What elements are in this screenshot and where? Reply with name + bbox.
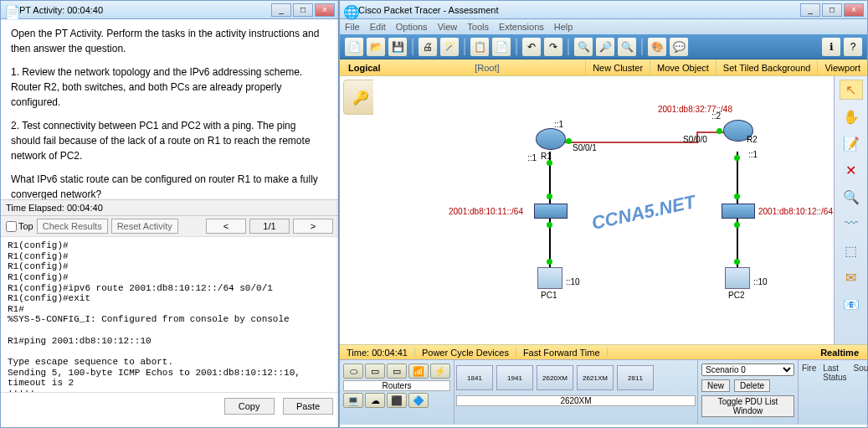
maximize-button[interactable]: □	[822, 3, 842, 17]
hand-tool-icon[interactable]: ✋	[840, 106, 863, 126]
zoomreset-icon[interactable]: 🔎	[596, 38, 614, 56]
routers-icon[interactable]: ⬭	[343, 364, 363, 379]
set-bg-button[interactable]: Set Tiled Background	[716, 60, 818, 75]
menu-help[interactable]: Help	[554, 22, 573, 32]
next-button[interactable]: >	[293, 219, 333, 234]
s000-label: S0/0/0	[683, 135, 707, 144]
complex-pdu-icon[interactable]: 📧	[840, 294, 863, 314]
close-button[interactable]: ×	[844, 3, 864, 17]
model-2620xm[interactable]: 2620XM	[537, 365, 573, 390]
wireless-icon[interactable]: 📶	[408, 364, 429, 379]
reset-activity-button[interactable]: Reset Activity	[111, 219, 178, 234]
model-1941[interactable]: 1941	[496, 365, 533, 390]
prev-button[interactable]: <	[206, 219, 246, 234]
new-scenario-button[interactable]: New	[701, 379, 730, 392]
resize-tool-icon[interactable]: ⬚	[840, 240, 863, 260]
new-cluster-button[interactable]: New Cluster	[585, 60, 650, 75]
pt-titlebar[interactable]: 📄 PT Activity: 00:04:40 _ □ ×	[1, 1, 338, 19]
simple-pdu-icon[interactable]: ✉	[840, 267, 863, 287]
minimize-button[interactable]: _	[800, 3, 820, 17]
delete-scenario-button[interactable]: Delete	[734, 379, 770, 392]
r2-top-addr: ::2	[711, 111, 721, 121]
dialog-icon[interactable]: 💬	[670, 38, 688, 56]
model-1841[interactable]: 1841	[456, 365, 493, 390]
toggle-pdu-button[interactable]: Toggle PDU List Window	[701, 395, 794, 417]
page-indicator: 1/1	[249, 219, 290, 234]
model-2811[interactable]: 2811	[617, 365, 654, 390]
device-type-label: Routers	[343, 380, 450, 391]
pdu-col-src: Source	[854, 364, 868, 382]
help-icon[interactable]: ?	[844, 38, 862, 56]
timebar: Time: 00:04:41 Power Cycle Devices Fast …	[340, 344, 867, 359]
cpt-titlebar[interactable]: 🌐 Cisco Packet Tracer - Assessment _ □ ×	[340, 1, 867, 19]
close-button[interactable]: ×	[315, 3, 335, 17]
net-serial-label: 2001:db8:32:77::/48	[658, 105, 732, 114]
delete-tool-icon[interactable]: ✕	[840, 160, 863, 180]
switch-left[interactable]	[534, 204, 568, 219]
top-checkbox[interactable]: Top	[6, 221, 33, 232]
net-right-label: 2001:db8:10:12::/64	[758, 207, 833, 216]
connections-icon[interactable]: ⚡	[430, 364, 450, 379]
menu-options[interactable]: Options	[396, 22, 428, 32]
router-r1[interactable]	[536, 128, 566, 150]
pc2[interactable]	[725, 267, 750, 289]
minimize-button[interactable]: _	[271, 3, 291, 17]
power-cycle-button[interactable]: Power Cycle Devices	[415, 348, 516, 358]
viewbar: Logical [Root] New Cluster Move Object S…	[340, 59, 867, 76]
multi-icon[interactable]: 🔷	[408, 393, 429, 408]
r2-label: R2	[747, 135, 758, 144]
topology-canvas[interactable]: 2001:db8:32:77::/48 2001:db8:10:11::/64 …	[373, 76, 834, 336]
inspect-tool-icon[interactable]: 🔍	[840, 187, 863, 207]
maximize-button[interactable]: □	[293, 3, 313, 17]
palette-icon[interactable]: 🎨	[648, 38, 666, 56]
zoomout-icon[interactable]: 🔍	[618, 38, 636, 56]
menu-tools[interactable]: Tools	[467, 22, 489, 32]
switch-right[interactable]	[722, 204, 755, 219]
print-icon[interactable]: 🖨	[419, 38, 437, 56]
r1-label: R1	[541, 152, 552, 161]
realtime-tab[interactable]: Realtime	[812, 348, 867, 358]
selected-model: 2620XM	[456, 395, 696, 406]
move-object-button[interactable]: Move Object	[650, 60, 716, 75]
pc1-addr: ::10	[566, 277, 580, 286]
undo-icon[interactable]: ↶	[522, 38, 541, 56]
pc1[interactable]	[537, 267, 562, 289]
custom-icon[interactable]: ⬛	[387, 393, 407, 408]
pt-app-icon: 📄	[4, 4, 16, 16]
paste-button[interactable]: Paste	[283, 398, 333, 415]
save-icon[interactable]: 💾	[388, 38, 407, 56]
menu-file[interactable]: File	[345, 22, 360, 32]
copy-icon[interactable]: 📋	[470, 38, 489, 56]
menu-extensions[interactable]: Extensions	[499, 22, 544, 32]
menu-view[interactable]: View	[438, 22, 458, 32]
check-results-button[interactable]: Check Results	[37, 219, 108, 234]
info-icon[interactable]: ℹ	[822, 38, 840, 56]
fast-forward-button[interactable]: Fast Forward Time	[516, 348, 608, 358]
cli-terminal[interactable]: R1(config)# R1(config)# R1(config)# R1(c…	[1, 236, 338, 392]
hubs-icon[interactable]: ▭	[387, 364, 407, 379]
open-icon[interactable]: 📂	[367, 38, 385, 56]
redo-icon[interactable]: ↷	[544, 38, 562, 56]
root-breadcrumb[interactable]: [Root]	[389, 63, 586, 73]
r2-lan-addr: ::1	[748, 150, 758, 159]
note-tool-icon[interactable]: 📝	[840, 133, 863, 153]
wizard-icon[interactable]: 🪄	[440, 38, 459, 56]
paste-icon[interactable]: 📄	[492, 38, 511, 56]
menu-edit[interactable]: Edit	[370, 22, 386, 32]
switches-icon[interactable]: ▭	[365, 364, 385, 379]
viewport-button[interactable]: Viewport	[817, 60, 867, 75]
shape-tool-icon[interactable]: 〰	[840, 214, 863, 234]
end-devices-icon[interactable]: 💻	[343, 393, 363, 408]
scenario-select[interactable]: Scenario 0	[701, 364, 794, 376]
new-icon[interactable]: 📄	[345, 38, 363, 56]
select-tool-icon[interactable]: ↖	[840, 80, 863, 100]
right-toolbar: ↖ ✋ 📝 ✕ 🔍 〰 ⬚ ✉ 📧	[834, 76, 867, 344]
copy-button[interactable]: Copy	[224, 398, 275, 415]
model-2621xm[interactable]: 2621XM	[577, 365, 614, 390]
step1-text: 1. Review the network topology and the I…	[11, 64, 328, 110]
r1-lan-addr: ::1	[527, 153, 537, 162]
wan-icon[interactable]: ☁	[365, 393, 385, 408]
zoomin-icon[interactable]: 🔍	[574, 38, 593, 56]
device-panel: ⬭ ▭ ▭ 📶 ⚡ Routers 💻 ☁ ⬛ 🔷 1841 1941 2620…	[340, 359, 867, 425]
logical-tab[interactable]: Logical	[340, 63, 389, 73]
